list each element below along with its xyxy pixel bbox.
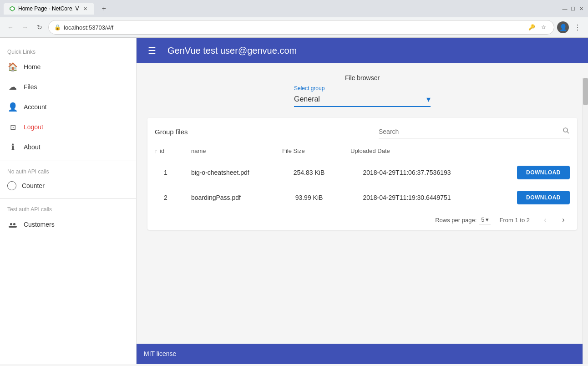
rows-per-page-label: Rows per page:	[435, 217, 476, 224]
counter-icon	[7, 181, 16, 190]
tab-close-button[interactable]: ✕	[81, 5, 89, 12]
maximize-button[interactable]: ☐	[570, 5, 576, 12]
cell-id-0: 1	[147, 160, 184, 185]
sidebar-item-counter[interactable]: Counter	[0, 177, 136, 195]
rows-per-page-value: 5	[481, 216, 484, 223]
search-icon	[563, 127, 570, 136]
table-header-row: ↑ id name File Size Upload	[147, 142, 577, 160]
tab-favicon	[9, 5, 15, 12]
rows-select-arrow-icon: ▾	[486, 216, 489, 223]
files-card-header: Group files	[147, 118, 577, 142]
address-bar[interactable]: 🔒 localhost:53703/#/f 🔑 ☆	[48, 20, 554, 35]
search-bar	[379, 125, 570, 138]
cell-id-1: 2	[147, 185, 184, 210]
group-select-container: Select group General ▾	[147, 85, 577, 107]
scrollbar-thumb[interactable]	[583, 78, 588, 105]
group-select-label: Select group	[294, 85, 431, 92]
sidebar-item-files[interactable]: ☁ Files	[0, 77, 136, 97]
rows-per-page: Rows per page: 5 ▾	[435, 215, 490, 224]
account-icon: 👤	[559, 24, 567, 31]
cell-size-1: 93.99 KiB	[275, 185, 343, 210]
test-auth-label: Test auth API calls	[0, 203, 136, 214]
cell-name-1: boardingPass.pdf	[184, 185, 275, 210]
cell-action-1: DOWNLOAD	[471, 185, 577, 210]
sidebar-home-label: Home	[24, 63, 41, 71]
prev-page-button[interactable]: ‹	[539, 214, 552, 226]
app-bar: ☰ GenVue test user@genvue.com	[137, 38, 588, 63]
footer-label: MIT license	[144, 350, 176, 357]
tab-title: Home Page - NetCore, V	[18, 5, 79, 12]
sidebar-account-label: Account	[24, 103, 47, 111]
sidebar-counter-label: Counter	[22, 182, 45, 189]
group-files-label: Group files	[155, 128, 188, 136]
cell-action-0: DOWNLOAD	[471, 160, 577, 185]
customers-icon	[7, 219, 18, 230]
svg-line-6	[567, 132, 569, 133]
col-header-id[interactable]: ↑ id	[147, 142, 184, 160]
sidebar-item-account[interactable]: 👤 Account	[0, 97, 136, 117]
files-icon: ☁	[7, 81, 18, 92]
files-card: Group files	[147, 118, 577, 230]
star-icon[interactable]: ☆	[538, 22, 548, 32]
account-icon: 👤	[7, 102, 18, 112]
reload-button[interactable]: ↻	[34, 21, 46, 33]
pagination-info: From 1 to 2	[500, 217, 530, 224]
forward-button[interactable]: →	[19, 21, 31, 33]
col-header-action	[471, 142, 577, 160]
scrollbar[interactable]	[583, 78, 588, 364]
lock-icon: 🔒	[54, 24, 61, 30]
sidebar-item-customers[interactable]: Customers	[0, 214, 136, 234]
cell-name-0: big-o-cheatsheet.pdf	[184, 160, 275, 185]
cell-date-0: 2018-04-29T11:06:37.7536193	[343, 160, 471, 185]
sidebar-item-logout[interactable]: ⊡ Logout	[0, 117, 136, 137]
sidebar: Quick Links 🏠 Home ☁ Files 👤 Account ⊡ L…	[0, 38, 137, 364]
svg-rect-3	[10, 223, 12, 225]
col-header-date[interactable]: Uploaded Date	[343, 142, 471, 160]
close-button[interactable]: ✕	[578, 5, 584, 12]
search-input[interactable]	[379, 128, 560, 135]
sidebar-divider-2	[0, 198, 136, 199]
next-page-button[interactable]: ›	[557, 214, 570, 226]
cell-date-1: 2018-04-29T11:19:30.6449751	[343, 185, 471, 210]
app-footer: MIT license	[137, 344, 588, 364]
new-tab-button[interactable]: +	[98, 3, 110, 15]
no-auth-label: No auth API calls	[0, 165, 136, 177]
hamburger-menu-button[interactable]: ☰	[144, 42, 160, 59]
sidebar-divider-1	[0, 161, 136, 161]
account-button[interactable]: 👤	[557, 21, 569, 33]
rows-per-page-select[interactable]: 5 ▾	[479, 215, 490, 224]
sidebar-customers-label: Customers	[24, 221, 55, 228]
file-browser-title: File browser	[147, 74, 577, 81]
table-footer: Rows per page: 5 ▾ From 1 to 2 ‹ ›	[147, 210, 577, 230]
download-button-1[interactable]: DOWNLOAD	[517, 191, 570, 204]
logout-icon: ⊡	[7, 122, 18, 132]
home-icon: 🏠	[7, 61, 18, 72]
sort-icon: ↑	[155, 148, 157, 154]
browser-menu-button[interactable]: ⋮	[572, 21, 583, 33]
col-header-size[interactable]: File Size	[275, 142, 343, 160]
sidebar-item-about[interactable]: ℹ About	[0, 137, 136, 157]
main-content: File browser Select group General ▾	[137, 63, 588, 364]
key-icon: 🔑	[527, 22, 537, 32]
col-header-name[interactable]: name	[184, 142, 275, 160]
svg-rect-4	[13, 223, 15, 225]
window-controls: — ☐ ✕	[562, 5, 584, 12]
back-button[interactable]: ←	[5, 21, 16, 33]
quick-links-label: Quick Links	[0, 45, 136, 57]
dropdown-arrow-icon: ▾	[426, 94, 431, 104]
table-row: 2 boardingPass.pdf 93.99 KiB 2018-04-29T…	[147, 185, 577, 210]
group-select-value: General	[294, 95, 425, 103]
cell-size-0: 254.83 KiB	[275, 160, 343, 185]
download-button-0[interactable]: DOWNLOAD	[517, 166, 570, 179]
svg-point-5	[563, 128, 568, 132]
svg-rect-2	[9, 226, 17, 228]
app-title: GenVue test user@genvue.com	[167, 46, 297, 56]
about-icon: ℹ	[7, 142, 18, 152]
files-table: ↑ id name File Size Upload	[147, 142, 577, 210]
group-select-dropdown[interactable]: General ▾	[294, 92, 431, 107]
url-text: localhost:53703/#/f	[64, 24, 524, 31]
minimize-button[interactable]: —	[562, 5, 568, 12]
sidebar-item-home[interactable]: 🏠 Home	[0, 57, 136, 77]
browser-tab[interactable]: Home Page - NetCore, V ✕	[4, 3, 94, 15]
sidebar-files-label: Files	[24, 83, 37, 91]
